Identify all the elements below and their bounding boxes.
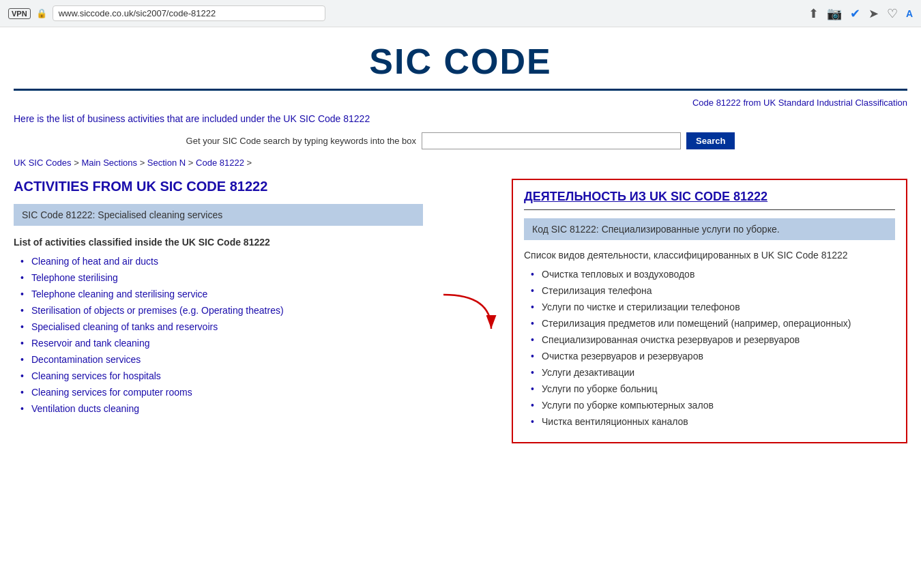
code-badge: SIC Code 81222: Specialised cleaning ser… [14, 204, 423, 226]
list-item: Telephone cleaning and sterilising servi… [20, 289, 423, 299]
russian-box: ДЕЯТЕЛЬНОСТЬ ИЗ UK SIC CODE 81222 Код SI… [512, 179, 907, 443]
page-description: Here is the list of business activities … [14, 113, 907, 124]
list-item: Cleaning services for hospitals [20, 370, 423, 381]
russian-list-item: Стерилизация телефона [531, 285, 895, 296]
list-description: List of activities classified inside the… [14, 237, 423, 248]
camera-icon[interactable]: 📷 [827, 6, 842, 21]
list-item: Ventilation ducts cleaning [20, 403, 423, 414]
page-content: SIC CODE Code 81222 from UK Standard Ind… [0, 27, 921, 457]
search-bar: Get your SIC Code search by typing keywo… [14, 132, 907, 149]
search-label: Get your SIC Code search by typing keywo… [186, 136, 416, 146]
list-item: Cleaning of heat and air ducts [20, 256, 423, 267]
arrow-container [437, 179, 498, 342]
list-item: Reservoir and tank cleaning [20, 338, 423, 349]
breadcrumb-code-81222[interactable]: Code 81222 [196, 158, 244, 168]
list-item: Telephone sterilising [20, 272, 423, 283]
site-title: SIC CODE [14, 41, 907, 82]
russian-list-item: Услуги по уборке компьютерных залов [531, 400, 895, 411]
breadcrumb-home[interactable]: UK SIC Codes [14, 158, 72, 168]
arrow-svg [437, 288, 498, 342]
translate-icon[interactable]: A [906, 8, 913, 19]
breadcrumb: UK SIC Codes > Main Sections > Section N… [14, 158, 907, 168]
russian-list-item: Услуги по чистке и стерилизации телефоно… [531, 302, 895, 312]
russian-activities-list: Очистка тепловых и воздуховодовСтерилиза… [524, 269, 895, 427]
russian-list-item: Чистка вентиляционных каналов [531, 416, 895, 427]
vpn-badge: VPN [8, 8, 31, 19]
list-item: Decontamination services [20, 354, 423, 365]
activities-list: Cleaning of heat and air ductsTelephone … [14, 256, 423, 414]
share-icon[interactable]: ⬆ [808, 6, 819, 21]
russian-title: ДЕЯТЕЛЬНОСТЬ ИЗ UK SIC CODE 81222 [524, 190, 895, 210]
russian-list-item: Очистка тепловых и воздуховодов [531, 269, 895, 280]
send-icon[interactable]: ➤ [868, 6, 879, 21]
lock-icon: 🔒 [36, 8, 47, 18]
russian-list-item: Услуги по уборке больниц [531, 383, 895, 394]
browser-actions: ⬆ 📷 ✔ ➤ ♡ A [808, 6, 913, 21]
breadcrumb-main-sections[interactable]: Main Sections [81, 158, 137, 168]
meta-link: Code 81222 from UK Standard Industrial C… [14, 98, 907, 108]
left-column: ACTIVITIES FROM UK SIC CODE 81222 SIC Co… [14, 179, 423, 420]
activities-title: ACTIVITIES FROM UK SIC CODE 81222 [14, 179, 423, 194]
russian-list-item: Стерилизация предметов или помещений (на… [531, 318, 895, 329]
russian-list-item: Услуги дезактивации [531, 367, 895, 378]
list-item: Cleaning services for computer rooms [20, 387, 423, 398]
russian-code-badge: Код SIC 81222: Специализированные услуги… [524, 218, 895, 240]
heart-icon[interactable]: ♡ [887, 6, 898, 21]
russian-list-item: Очистка резервуаров и резервуаров [531, 351, 895, 362]
list-item: Sterilisation of objects or premises (e.… [20, 305, 423, 316]
search-input[interactable] [422, 132, 681, 149]
russian-list-item: Специализированная очистка резервуаров и… [531, 334, 895, 345]
check-icon[interactable]: ✔ [850, 6, 860, 21]
url-bar: www.siccode.co.uk/sic2007/code-81222 [53, 5, 325, 21]
browser-chrome: VPN 🔒 www.siccode.co.uk/sic2007/code-812… [0, 0, 921, 27]
site-header: SIC CODE [14, 27, 907, 91]
classification-link[interactable]: Code 81222 from UK Standard Industrial C… [692, 98, 907, 108]
breadcrumb-section-n[interactable]: Section N [147, 158, 186, 168]
main-columns: ACTIVITIES FROM UK SIC CODE 81222 SIC Co… [14, 179, 907, 443]
russian-list-description: Список видов деятельности, классифициров… [524, 250, 895, 261]
list-item: Specialised cleaning of tanks and reserv… [20, 321, 423, 332]
search-button[interactable]: Search [686, 132, 735, 149]
